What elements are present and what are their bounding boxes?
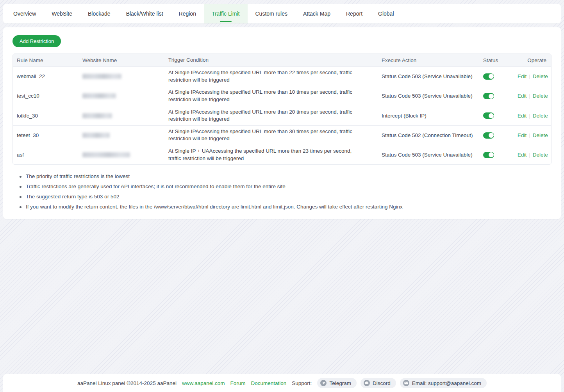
delete-link[interactable]: Delete xyxy=(533,152,548,158)
status-cell xyxy=(479,71,514,82)
note-item: The priority of traffic restrictions is … xyxy=(20,173,552,179)
table-header-row: Rule Name Website Name Trigger Condition… xyxy=(13,54,551,66)
status-cell xyxy=(479,130,514,141)
table-row: test_cc10At Single IPAccessing the speci… xyxy=(13,86,551,105)
operate-separator: | xyxy=(529,93,530,99)
toggle-knob xyxy=(489,94,494,99)
website-name-redacted xyxy=(82,74,121,79)
tab-label: Black/White list xyxy=(126,11,163,17)
support-badge-email[interactable]: Email: support@aapanel.com xyxy=(400,378,487,388)
operate-cell: Edit|Delete xyxy=(514,110,551,121)
table-row: teteet_30At Single IPAccessing the speci… xyxy=(13,125,551,145)
tab-label: Region xyxy=(179,11,196,17)
status-cell xyxy=(479,149,514,160)
column-header-trigger-condition: Trigger Condition xyxy=(164,54,378,66)
trigger-condition-cell: At Single IPAccessing the specified URL … xyxy=(164,106,378,125)
status-toggle[interactable] xyxy=(483,132,494,139)
column-header-status: Status xyxy=(479,55,514,66)
trigger-condition-cell: At Single IP + UAAccessing the specified… xyxy=(164,145,378,164)
copyright-text: aaPanel Linux panel ©2014-2025 aaPanel xyxy=(77,380,177,386)
status-toggle[interactable] xyxy=(483,152,494,158)
tab-report[interactable]: Report xyxy=(338,4,370,23)
website-name-cell xyxy=(79,91,164,101)
operate-cell: Edit|Delete xyxy=(514,91,551,101)
notes-list: The priority of traffic restrictions is … xyxy=(20,173,552,210)
footer-link-www-aapanel-com[interactable]: www.aapanel.com xyxy=(182,380,225,386)
page-footer: aaPanel Linux panel ©2014-2025 aaPanel w… xyxy=(3,374,561,392)
website-name-redacted xyxy=(82,93,116,98)
website-name-cell xyxy=(79,150,164,160)
operate-separator: | xyxy=(529,132,530,138)
tab-attack-map[interactable]: Attack Map xyxy=(295,4,338,23)
tab-label: Global xyxy=(378,11,394,17)
telegram-icon xyxy=(320,380,327,386)
status-cell xyxy=(479,110,514,121)
status-toggle[interactable] xyxy=(483,73,494,80)
delete-link[interactable]: Delete xyxy=(533,132,548,138)
website-name-redacted xyxy=(82,133,110,138)
main-tab-bar: OverviewWebSiteBlockadeBlack/White listR… xyxy=(3,4,561,23)
column-header-execute-action: Execute Action xyxy=(378,55,479,66)
status-toggle[interactable] xyxy=(483,93,494,99)
edit-link[interactable]: Edit xyxy=(518,113,527,119)
trigger-condition-cell: At Single IPAccessing the specified URL … xyxy=(164,67,378,86)
edit-link[interactable]: Edit xyxy=(518,152,527,158)
operate-cell: Edit|Delete xyxy=(514,130,551,141)
website-name-redacted xyxy=(82,113,112,118)
table-row: asfAt Single IP + UAAccessing the specif… xyxy=(13,145,551,164)
tab-custom-rules[interactable]: Custom rules xyxy=(248,4,295,23)
status-toggle[interactable] xyxy=(483,112,494,119)
support-badge-discord[interactable]: Discord xyxy=(361,378,396,388)
delete-link[interactable]: Delete xyxy=(533,73,548,79)
edit-link[interactable]: Edit xyxy=(518,73,527,79)
operate-separator: | xyxy=(529,113,530,119)
support-label: Support: xyxy=(292,380,312,386)
tab-label: WebSite xyxy=(52,11,72,17)
rule-name-cell: lotkfc_30 xyxy=(13,110,79,121)
execute-action-cell: Status Code 502 (Connection Timeout) xyxy=(378,130,479,141)
column-header-rule-name: Rule Name xyxy=(13,55,79,66)
tab-region[interactable]: Region xyxy=(171,4,204,23)
website-name-cell xyxy=(79,130,164,140)
rule-name-cell: teteet_30 xyxy=(13,130,79,141)
note-item: The suggested return type is 503 or 502 xyxy=(20,194,552,200)
delete-link[interactable]: Delete xyxy=(533,93,548,99)
tab-overview[interactable]: Overview xyxy=(3,4,44,23)
footer-link-forum[interactable]: Forum xyxy=(230,380,246,386)
status-cell xyxy=(479,91,514,102)
note-item: If you want to modify the return content… xyxy=(20,204,552,210)
tab-website[interactable]: WebSite xyxy=(44,4,80,23)
execute-action-cell: Status Code 503 (Service Unavailable) xyxy=(378,71,479,82)
website-name-cell xyxy=(79,111,164,121)
execute-action-cell: Status Code 503 (Service Unavailable) xyxy=(378,91,479,101)
rule-name-cell: asf xyxy=(13,150,79,160)
tab-label: Overview xyxy=(13,11,36,17)
tab-blockade[interactable]: Blockade xyxy=(80,4,118,23)
execute-action-cell: Intercept (Block IP) xyxy=(378,110,479,121)
restriction-table: Rule Name Website Name Trigger Condition… xyxy=(12,53,552,165)
execute-action-cell: Status Code 503 (Service Unavailable) xyxy=(378,150,479,160)
tab-global[interactable]: Global xyxy=(370,4,402,23)
toggle-knob xyxy=(489,133,494,138)
discord-icon xyxy=(364,380,370,386)
tab-label: Custom rules xyxy=(255,11,287,17)
active-tab-underline xyxy=(220,21,232,22)
delete-link[interactable]: Delete xyxy=(533,113,548,119)
website-name-cell xyxy=(79,71,164,81)
tab-black-white-list[interactable]: Black/White list xyxy=(118,4,171,23)
edit-link[interactable]: Edit xyxy=(518,132,527,138)
footer-link-documentation[interactable]: Documentation xyxy=(251,380,287,386)
table-row: webmail_22At Single IPAccessing the spec… xyxy=(13,66,551,86)
operate-cell: Edit|Delete xyxy=(514,150,551,160)
tab-label: Report xyxy=(346,11,362,17)
add-restriction-button[interactable]: Add Restriction xyxy=(12,35,61,47)
toggle-knob xyxy=(489,113,494,118)
rule-name-cell: test_cc10 xyxy=(13,91,79,101)
tab-label: Traffic Limit xyxy=(212,11,240,17)
tab-traffic-limit[interactable]: Traffic Limit xyxy=(204,4,248,23)
edit-link[interactable]: Edit xyxy=(518,93,527,99)
support-badge-telegram[interactable]: Telegram xyxy=(317,378,357,388)
tab-label: Blockade xyxy=(88,11,111,17)
traffic-limit-panel: Add Restriction Rule Name Website Name T… xyxy=(3,27,561,219)
badge-label: Telegram xyxy=(329,380,351,386)
